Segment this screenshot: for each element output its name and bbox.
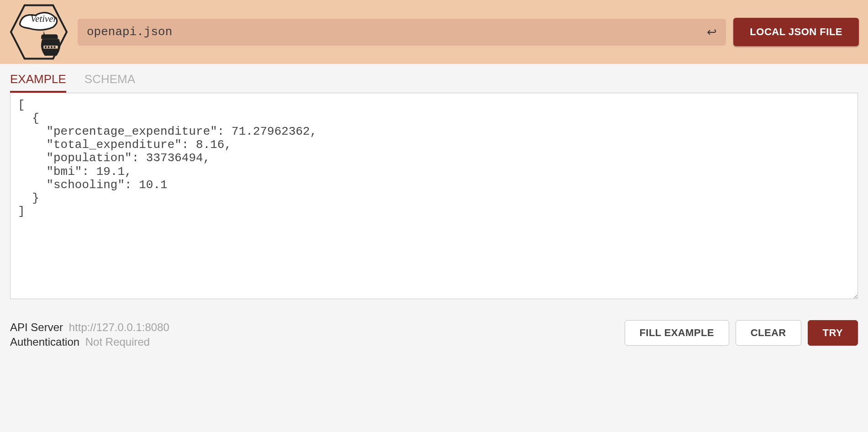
api-server-value: http://127.0.0.1:8080 (69, 321, 169, 333)
footer: API Server http://127.0.0.1:8080 Authent… (0, 312, 868, 350)
header-bar: Vetiver ↩ LOCAL JSON FILE (0, 0, 868, 64)
action-buttons: FILL EXAMPLE CLEAR TRY (625, 320, 858, 346)
local-json-file-button[interactable]: LOCAL JSON FILE (733, 18, 859, 46)
svg-text:Vetiver: Vetiver (31, 13, 58, 24)
url-bar: ↩ LOCAL JSON FILE (78, 18, 859, 46)
fill-example-button[interactable]: FILL EXAMPLE (625, 320, 729, 346)
server-info: API Server http://127.0.0.1:8080 Authent… (10, 320, 169, 350)
authentication-value: Not Required (85, 336, 150, 348)
tabs: EXAMPLE SCHEMA (10, 72, 858, 93)
svg-rect-4 (48, 46, 50, 48)
request-body-editor[interactable] (10, 93, 858, 299)
clear-button[interactable]: CLEAR (736, 320, 801, 346)
svg-rect-6 (54, 46, 56, 48)
authentication-label: Authentication (10, 336, 79, 348)
vetiver-logo: Vetiver (9, 2, 68, 62)
svg-rect-5 (51, 46, 53, 48)
spec-url-input[interactable] (87, 25, 707, 39)
tab-example[interactable]: EXAMPLE (10, 72, 66, 93)
svg-rect-3 (45, 46, 47, 48)
tab-schema[interactable]: SCHEMA (84, 72, 135, 93)
try-button[interactable]: TRY (808, 320, 858, 346)
enter-icon: ↩ (707, 25, 717, 39)
url-input-wrap[interactable]: ↩ (78, 19, 726, 46)
content-area: EXAMPLE SCHEMA (0, 64, 868, 312)
api-server-label: API Server (10, 321, 63, 333)
